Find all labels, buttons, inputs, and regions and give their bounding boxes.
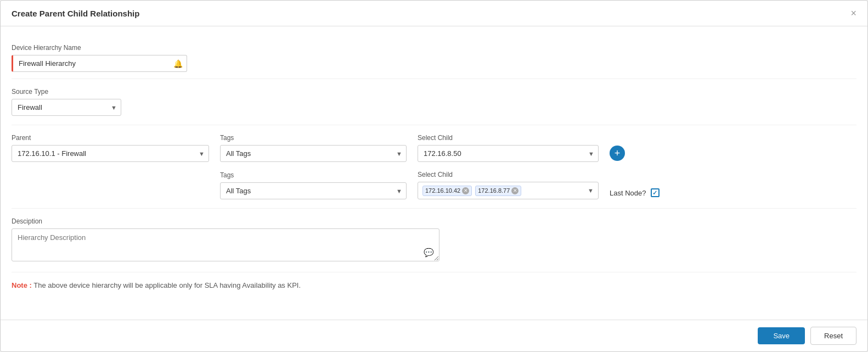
tags-row2-select[interactable]: All Tags [220, 182, 407, 199]
chip-172-16-10-42: 172.16.10.42 ✕ [422, 186, 472, 196]
name-input-wrapper: 🔔 [12, 55, 187, 72]
select-child-row2-multi-input[interactable]: 172.16.10.42 ✕ 172.16.8.77 ✕ ▼ [418, 182, 599, 199]
tags-row1-select[interactable]: All Tags [220, 145, 407, 162]
description-textarea[interactable] [12, 228, 439, 261]
parent-field-group: Parent 172.16.10.1 - Firewall ▼ [12, 134, 209, 162]
save-button[interactable]: Save [758, 327, 805, 344]
parent-row-section: Parent 172.16.10.1 - Firewall ▼ Tags All… [12, 125, 856, 209]
note-section: Note : The above device hierarchy will b… [12, 272, 856, 298]
source-type-select-wrapper: Firewall Router Switch ▼ [12, 99, 121, 116]
note-body: The above device hierarchy will be appli… [32, 281, 301, 289]
modal-title: Create Parent Child Relationship [12, 9, 139, 18]
close-button[interactable]: × [850, 8, 856, 18]
add-child-button[interactable]: + [610, 146, 625, 161]
chip-172-16-8-77-close[interactable]: ✕ [511, 187, 518, 194]
description-wrapper: 💬 [12, 228, 439, 263]
bell-icon: 🔔 [173, 59, 183, 68]
last-node-checkbox[interactable] [651, 188, 660, 197]
parent-select[interactable]: 172.16.10.1 - Firewall [12, 145, 209, 162]
last-node-wrapper: Last Node? [610, 188, 660, 197]
source-type-section: Source Type Firewall Router Switch ▼ [12, 79, 856, 125]
modal-body: Device Hierarchy Name 🔔 Source Type Fire… [1, 26, 867, 320]
chat-icon: 💬 [424, 248, 434, 258]
device-hierarchy-input[interactable] [12, 55, 187, 72]
device-hierarchy-section: Device Hierarchy Name 🔔 [12, 37, 856, 79]
modal-header: Create Parent Child Relationship × [1, 1, 867, 26]
first-fields-row: Parent 172.16.10.1 - Firewall ▼ Tags All… [12, 134, 856, 162]
second-fields-row: Tags All Tags ▼ Select Child 172.16.10.4… [12, 171, 856, 199]
note-label: Note : [12, 281, 32, 289]
source-type-label: Source Type [12, 88, 856, 96]
select-child-row1-field-group: Select Child 172.16.8.50 ▼ [418, 134, 599, 162]
device-hierarchy-label: Device Hierarchy Name [12, 44, 856, 52]
tags-row1-select-wrapper: All Tags ▼ [220, 145, 407, 162]
tags-row1-label: Tags [220, 134, 407, 142]
select-child-row1-label: Select Child [418, 134, 599, 142]
source-type-select[interactable]: Firewall Router Switch [12, 99, 121, 116]
reset-button[interactable]: Reset [810, 327, 856, 345]
modal-footer: Save Reset [1, 320, 867, 351]
chip-172-16-10-42-close[interactable]: ✕ [462, 187, 469, 194]
multi-chevron-icon: ▼ [588, 187, 594, 194]
select-child-row2-field-group: Select Child 172.16.10.42 ✕ 172.16.8.77 … [418, 171, 599, 199]
tags-row2-select-wrapper: All Tags ▼ [220, 182, 407, 199]
chip-172-16-10-42-text: 172.16.10.42 [425, 187, 460, 194]
last-node-label: Last Node? [610, 189, 646, 197]
description-label: Desciption [12, 217, 856, 225]
tags-row2-label: Tags [220, 171, 407, 179]
chip-172-16-8-77-text: 172.16.8.77 [478, 187, 510, 194]
select-child-row1-select-wrapper: 172.16.8.50 ▼ [418, 145, 599, 162]
parent-select-wrapper: 172.16.10.1 - Firewall ▼ [12, 145, 209, 162]
note-text: Note : The above device hierarchy will b… [12, 281, 856, 289]
chip-172-16-8-77: 172.16.8.77 ✕ [475, 186, 521, 196]
description-section: Desciption 💬 [12, 209, 856, 272]
parent-label: Parent [12, 134, 209, 142]
tags-row2-field-group: Tags All Tags ▼ [220, 171, 407, 199]
tags-row1-field-group: Tags All Tags ▼ [220, 134, 407, 162]
modal-dialog: Create Parent Child Relationship × Devic… [0, 0, 868, 352]
select-child-row1-select[interactable]: 172.16.8.50 [418, 145, 599, 162]
select-child-row2-label: Select Child [418, 171, 599, 178]
